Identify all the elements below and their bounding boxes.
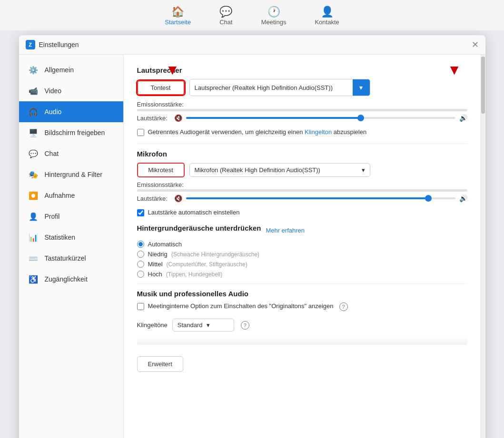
radio-mittel: Mittel (Computerlüfter, Stiftgeräusche) [137, 261, 467, 268]
sidebar-item-chat[interactable]: 💬 Chat [19, 143, 123, 164]
radio-niedrig-hint: (Schwache Hintergrundgeräusche) [171, 251, 259, 258]
lautsprecher-volume-slider[interactable] [186, 117, 455, 119]
home-icon: 🏠 [171, 7, 184, 17]
sidebar-label-aufnahme: Aufnahme [45, 192, 75, 199]
sidebar-label-zugaenglichkeit: Zugänglichkeit [45, 275, 88, 283]
mikrofon-emission-label: Emissionsstärke: [137, 181, 467, 188]
mikrofon-slider-fill [186, 197, 428, 199]
sidebar-label-bildschirm: Bildschirm freigeben [45, 129, 105, 136]
klingeltoene-row: Klingeltöne Standard ▾ ? [137, 319, 467, 331]
sidebar-label-tastaturkuerzel: Tastaturkürzel [45, 254, 86, 262]
klingeltoene-selected: Standard [178, 321, 203, 329]
nav-kontakte[interactable]: 👤 Kontakte [310, 5, 344, 28]
sidebar-item-bildschirm[interactable]: 🖥️ Bildschirm freigeben [19, 122, 123, 143]
mikrofon-emission-bar [137, 189, 467, 192]
originalton-info-icon[interactable]: ? [339, 302, 348, 311]
sidebar-item-aufnahme[interactable]: ⏺️ Aufnahme [19, 185, 123, 206]
mikrofon-volume-label: Lautstärke: [137, 195, 170, 202]
window-title: Einstellungen [39, 41, 79, 49]
volume-low-icon: 🔇 [174, 114, 182, 122]
mikrofon-dropdown-arrow: ▾ [362, 166, 365, 174]
auto-volume-label: Lautstärke automatisch einstellen [148, 209, 240, 216]
separate-device-label: Getrenntes Audiogerät verwenden, um glei… [148, 128, 367, 136]
contacts-icon: 👤 [321, 7, 334, 17]
lautsprecher-separate-device-row: Getrenntes Audiogerät verwenden, um glei… [137, 128, 467, 136]
hintergrundgeraeusche-section: Hintergrundgeräusche unterdrücken Mehr e… [137, 224, 467, 278]
sidebar-label-profil: Profil [45, 213, 60, 220]
radio-mittel-hint: (Computerlüfter, Stiftgeräusche) [167, 261, 247, 268]
window-titlebar: Z Einstellungen ✕ [19, 35, 485, 55]
lautsprecher-volume-row: Lautstärke: 🔇 🔊 [137, 114, 467, 122]
sidebar-item-zugaenglichkeit[interactable]: ♿ Zugänglichkeit [19, 269, 123, 290]
sidebar: ⚙️ Allgemein 📹 Video 🎧 Audio 🖥️ Bildschi… [19, 55, 124, 438]
nav-meetings[interactable]: 🕐 Meetings [257, 5, 291, 28]
video-icon: 📹 [28, 85, 39, 97]
radio-niedrig: Niedrig (Schwache Hintergrundgeräusche) [137, 251, 467, 258]
lautsprecher-dropdown[interactable]: Lautsprecher (Realtek High Definition Au… [189, 79, 370, 96]
sidebar-item-profil[interactable]: 👤 Profil [19, 206, 123, 227]
nav-startseite-label: Startseite [165, 19, 191, 26]
mikrotest-button[interactable]: Mikrotest [137, 163, 185, 177]
mikrofon-dropdown[interactable]: Mikrofon (Realtek High Definition Audio(… [189, 163, 370, 177]
sidebar-label-video: Video [45, 87, 62, 95]
profile-icon: 👤 [28, 211, 39, 222]
sidebar-item-allgemein[interactable]: ⚙️ Allgemein [19, 59, 123, 80]
sidebar-label-audio: Audio [45, 108, 62, 116]
radio-hoch: Hoch (Tippen, Hundegebell) [137, 271, 467, 278]
screen-share-icon: 🖥️ [28, 127, 39, 138]
erweitert-button[interactable]: Erweitert [137, 356, 183, 372]
stats-icon: 📊 [28, 232, 39, 243]
sidebar-label-allgemein: Allgemein [45, 66, 74, 74]
tontest-button[interactable]: Tontest [137, 80, 185, 95]
originalton-checkbox[interactable] [137, 303, 144, 310]
titlebar-left: Z Einstellungen [26, 40, 79, 49]
mikrofon-section: Mikrofon Mikrotest Mikrofon (Realtek Hig… [137, 150, 467, 216]
mikrofon-title: Mikrofon [137, 150, 467, 158]
originalton-label: Meetinginterne Option zum Einschalten de… [148, 302, 334, 310]
klingeltoene-dropdown[interactable]: Standard ▾ [172, 319, 234, 331]
radio-automatisch-input[interactable] [137, 241, 144, 248]
radio-hoch-input[interactable] [137, 271, 144, 278]
volume-high-icon: 🔊 [459, 114, 467, 122]
radio-mittel-label: Mittel [148, 261, 163, 268]
nav-startseite[interactable]: 🏠 Startseite [160, 5, 196, 28]
originalton-row: Meetinginterne Option zum Einschalten de… [137, 302, 467, 311]
klingeltoene-dropdown-arrow: ▾ [207, 321, 210, 329]
musik-section: Musik und professionelles Audio Meetingi… [137, 290, 467, 311]
window-body: ⚙️ Allgemein 📹 Video 🎧 Audio 🖥️ Bildschi… [19, 55, 485, 438]
lautsprecher-dropdown-arrow[interactable]: ▾ [353, 79, 370, 96]
sidebar-item-hintergrund[interactable]: 🎭 Hintergrund & Filter [19, 164, 123, 185]
hintergrund-title: Hintergrundgeräusche unterdrücken [137, 224, 261, 232]
radio-mittel-input[interactable] [137, 261, 144, 268]
faded-row [137, 337, 467, 345]
klingeltoene-label: Klingeltöne [137, 321, 168, 329]
nav-chat[interactable]: 💬 Chat [215, 5, 237, 28]
mikrofon-volume-slider[interactable] [186, 197, 455, 199]
auto-volume-checkbox[interactable] [137, 209, 144, 216]
scrollbar[interactable] [481, 55, 485, 438]
lautsprecher-volume-label: Lautstärke: [137, 115, 170, 122]
lautsprecher-emission-bar [137, 109, 467, 111]
content-area: Lautsprecher ▼ ▼ Tontest Lautsprecher (R… [124, 55, 481, 438]
sidebar-label-statistiken: Statistiken [45, 234, 76, 241]
sidebar-label-hintergrund: Hintergrund & Filter [45, 171, 102, 178]
lautsprecher-title: Lautsprecher [137, 66, 467, 74]
separate-device-checkbox[interactable] [137, 129, 144, 136]
sidebar-item-statistiken[interactable]: 📊 Statistiken [19, 227, 123, 248]
sidebar-label-chat: Chat [45, 150, 59, 157]
sidebar-item-video[interactable]: 📹 Video [19, 80, 123, 101]
lautsprecher-device-name: Lautsprecher (Realtek High Definition Au… [190, 81, 353, 95]
nav-meetings-label: Meetings [261, 19, 287, 26]
radio-niedrig-input[interactable] [137, 251, 144, 258]
lautsprecher-emission-label: Emissionsstärke: [137, 101, 467, 108]
close-button[interactable]: ✕ [472, 40, 479, 49]
radio-niedrig-label: Niedrig [148, 251, 168, 258]
sidebar-item-audio[interactable]: 🎧 Audio [19, 101, 123, 122]
sidebar-item-tastaturkuerzel[interactable]: ⌨️ Tastaturkürzel [19, 248, 123, 269]
klingeltoene-info-icon[interactable]: ? [241, 321, 249, 330]
radio-hoch-hint: (Tippen, Hundegebell) [166, 271, 222, 278]
nav-chat-label: Chat [219, 19, 232, 26]
top-navigation: 🏠 Startseite 💬 Chat 🕐 Meetings 👤 Kontakt… [0, 0, 504, 30]
mehr-erfahren-link[interactable]: Mehr erfahren [266, 227, 305, 234]
klingelton-link[interactable]: Klingelton [305, 128, 332, 136]
